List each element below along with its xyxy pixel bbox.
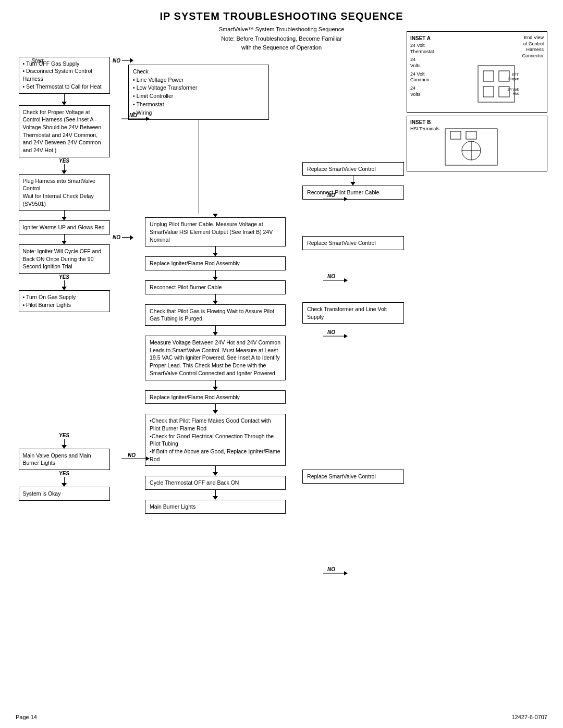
right-box-transformer: Check Transformer and Line Volt Supply xyxy=(302,302,404,324)
right-box-replace-1: Replace SmartValve Control xyxy=(302,162,404,176)
svg-text:Output: Output xyxy=(508,77,519,81)
yes-label-3: YES xyxy=(59,433,69,438)
svg-marker-28 xyxy=(344,571,348,575)
yes-label-1: YES xyxy=(59,158,69,164)
inset-a-diagram: EFT Output 24 Volt Hot xyxy=(473,60,525,107)
svg-text:NO: NO xyxy=(327,566,335,572)
svg-rect-11 xyxy=(466,131,476,139)
right-column: Replace SmartValve Control Reconnect Pil… xyxy=(302,57,412,484)
center-box-replace-igniter-1: Replace Igniter/Flame Rod Assembly xyxy=(145,256,286,270)
left-box-main-valve: Main Valve Opens and Main Burner Lights xyxy=(19,449,110,470)
doc-code: 12427-6-0707 xyxy=(511,714,547,720)
center-box-main-burner: Main Burner Lights xyxy=(145,500,286,514)
right-box-replace-3: Replace SmartValve Control xyxy=(302,470,404,484)
left-box-1: • Turn OFF Gas Supply • Disconnect Syste… xyxy=(19,57,110,94)
svg-text:EFT: EFT xyxy=(511,73,519,77)
page-footer: Page 14 12427-6-0707 xyxy=(16,714,547,720)
left-box-system-ok: System is Okay xyxy=(19,487,110,501)
left-box-igniter: Igniter Warms UP and Glows Red xyxy=(19,220,110,235)
svg-text:Hot: Hot xyxy=(513,92,519,95)
inset-b-diagram xyxy=(443,126,500,168)
right-box-reconnect: Reconnect Pilot Burner Cable xyxy=(302,186,404,200)
left-box-voltage: Check for Proper Voltage at Control Harn… xyxy=(19,105,110,157)
center-box-check: Check • Line Voltage Power • Low Voltage… xyxy=(128,65,269,120)
center-box-replace-igniter-2: Replace Igniter/Flame Rod Assembly xyxy=(145,390,286,404)
inset-container: INSET A 24 VoltThermostat 24Volts 24 Vol… xyxy=(407,31,547,171)
no-label-2: NO xyxy=(113,235,120,240)
center-box-unplug: Unplug Pilot Burner Cable. Measure Volta… xyxy=(145,217,286,246)
inset-a: INSET A 24 VoltThermostat 24Volts 24 Vol… xyxy=(407,31,547,113)
svg-text:24 Volt: 24 Volt xyxy=(507,88,518,91)
center-box-pilot-flame: •Check that Pilot Flame Makes Good Conta… xyxy=(145,414,286,466)
svg-rect-10 xyxy=(450,131,461,139)
center-box-pilot-gas: Check that Pilot Gas is Flowing Wait to … xyxy=(145,304,286,326)
center-column: NO Check • Line Voltage Power • Low Volt… xyxy=(123,57,297,514)
yes-label-4: YES xyxy=(59,471,69,476)
left-box-cycle-note: Note: Igniter Will Cycle OFF and Back ON… xyxy=(19,244,110,274)
page-title: IP SYSTEM TROUBLESHOOTING SEQUENCE xyxy=(160,10,403,22)
svg-rect-1 xyxy=(483,71,494,81)
yes-label-2: YES xyxy=(59,274,69,280)
right-box-replace-2: Replace SmartValve Control xyxy=(302,236,404,250)
left-box-gas-on: • Turn On Gas Supply • Pilot Burner Ligh… xyxy=(19,290,110,312)
svg-rect-3 xyxy=(483,87,494,97)
center-box-measure-voltage: Measure Voltage Between 24V Hot and 24V … xyxy=(145,336,286,380)
page-number: Page 14 xyxy=(16,714,37,720)
center-box-cycle-thermostat: Cycle Thermostat OFF and Back ON xyxy=(145,476,286,490)
no-label-1: NO xyxy=(113,58,120,64)
inset-b: INSET B HSI Terminals xyxy=(407,116,547,171)
left-column: • Turn OFF Gas Supply • Disconnect Syste… xyxy=(16,57,113,501)
center-box-reconnect-1: Reconnect Pilot Burner Cable xyxy=(145,280,286,294)
left-box-plug: Plug Harness into SmartValve Control Wai… xyxy=(19,174,110,211)
